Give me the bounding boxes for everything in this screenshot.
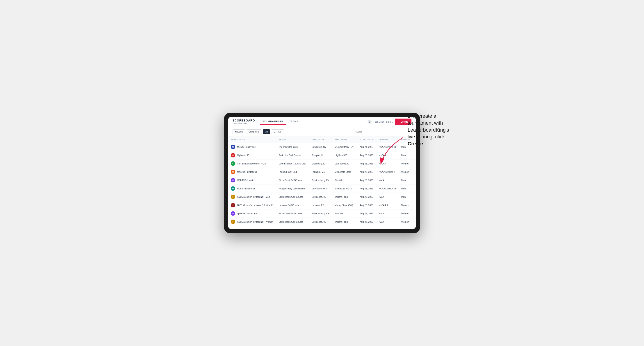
cell-gender: Men: [398, 226, 413, 227]
col-gender: GENDER: [398, 137, 413, 143]
nav-tab-teams[interactable]: TEAMS: [286, 119, 301, 125]
cell-city-state: Vincennes, IN: [309, 226, 332, 227]
cell-division: NJCAA II: [376, 201, 398, 209]
cell-start-date: Aug 28, 2023: [357, 218, 376, 226]
event-name-text: MSMC Qualifying 1: [237, 146, 256, 148]
cell-scoring: team, Stroke Play: [413, 151, 416, 160]
logo-text: SCOREBOARD: [232, 119, 255, 122]
tablet-screen: SCOREBOARD Powered by clippit TOURNAMENT…: [228, 117, 416, 229]
cell-gender: Men: [398, 176, 413, 184]
cell-division: NAIA: [376, 176, 398, 184]
cell-division: NJCAA I: [376, 151, 398, 160]
col-hosted-by: HOSTED BY: [332, 137, 357, 143]
cell-gender: Men: [398, 143, 413, 151]
table-row: F Fall Statesmen Invitational - Women Ed…: [228, 218, 416, 226]
cell-division: NCAA Division III: [376, 184, 398, 193]
nav-tab-tournaments[interactable]: TOURNAMENTS: [260, 119, 286, 125]
cell-division: NAIA: [376, 193, 398, 201]
col-division: DIVISION: [376, 137, 398, 143]
cell-venue: Ruttger's Bay Lake Resort: [276, 184, 309, 193]
filter-hosting-button[interactable]: Hosting: [232, 129, 245, 134]
create-button[interactable]: Create: [395, 119, 412, 125]
cell-gender: Women: [398, 209, 413, 218]
cell-division: NJCAA II: [376, 226, 398, 227]
cell-scoring: team, Stroke Play: [413, 201, 416, 209]
filter-label: Filter: [276, 131, 282, 133]
col-scoring: SCORING: [413, 137, 416, 143]
cell-gender: Men: [398, 151, 413, 160]
table-row: M MSMC Qualifying 1 The Powelton Club Ne…: [228, 143, 416, 151]
cell-hosted-by: William Penn: [332, 218, 357, 226]
cell-venue: The Powelton Club: [276, 143, 309, 151]
cell-start-date: Aug 25, 2023: [357, 151, 376, 160]
cell-scoring: team, Stroke Play: [413, 226, 416, 227]
logo-sub: Powered by clippit: [232, 122, 255, 124]
tablet-device: SCOREBOARD Powered by clippit TOURNAMENT…: [224, 113, 420, 233]
cell-hosted-by: Murray State (OK): [332, 201, 357, 209]
cell-gender: Men: [398, 193, 413, 201]
event-name-text: Carl Sandburg Women FA23: [237, 163, 266, 165]
cell-hosted-by: William Penn: [332, 193, 357, 201]
table-row: F Fall Statesmen Invitational - Men Edmu…: [228, 193, 416, 201]
cell-venue: Park Hills Golf Course: [276, 151, 309, 160]
team-logo: M: [231, 145, 235, 149]
table-row: U UPIKE Fall Invite StoneCrest Golf Cour…: [228, 176, 416, 184]
cell-event-name: H Highland 36: [228, 151, 276, 160]
cell-division: NCAA Division III: [376, 143, 398, 151]
cell-venue: Lake Bracken Country Club: [276, 160, 309, 168]
table-row: U upike fall invitational StoneCrest Gol…: [228, 209, 416, 218]
cell-gender: Women: [398, 218, 413, 226]
header-right: ⚙ Test User | Sign... Create: [368, 119, 412, 125]
event-name-text: upike fall invitational: [237, 212, 257, 215]
table-header-row: EVENT NAME VENUE CITY, STATE HOSTED BY S…: [228, 137, 416, 143]
team-logo: F: [231, 195, 235, 199]
cell-scoring: team, Stroke Play: [413, 184, 416, 193]
cell-venue: Cypress Hills Golf Club: [276, 226, 309, 227]
settings-icon[interactable]: ⚙: [368, 120, 372, 124]
cell-hosted-by: Vincennes: [332, 226, 357, 227]
cell-scoring: team, Stroke Play: [413, 160, 416, 168]
filter-group: Hosting Competing All ☰ Filter: [232, 129, 284, 134]
cell-city-state: Oskaloosa, IA: [309, 193, 332, 201]
table-row: H Highland 36 Park Hills Golf Course Fre…: [228, 151, 416, 160]
cell-scoring: team, Stroke Play: [413, 176, 416, 184]
table-container[interactable]: EVENT NAME VENUE CITY, STATE HOSTED BY S…: [228, 137, 416, 227]
table-row: M Maverick Invitational Faribault Golf C…: [228, 168, 416, 176]
cell-venue: StoneCrest Golf Course: [276, 209, 309, 218]
cell-hosted-by: Pikeville: [332, 176, 357, 184]
app-header: SCOREBOARD Powered by clippit TOURNAMENT…: [228, 117, 416, 127]
team-logo: C: [231, 161, 235, 166]
filter-all-button[interactable]: All: [263, 129, 270, 134]
cell-event-name: F Fall Statesmen Invitational - Women: [228, 218, 276, 226]
cell-scoring: team, Stroke Play: [413, 218, 416, 226]
cell-division: NAIA: [376, 218, 398, 226]
toolbar: Hosting Competing All ☰ Filter: [228, 127, 416, 137]
cell-city-state: Hesston, KS: [309, 201, 332, 209]
filter-competing-button[interactable]: Competing: [246, 129, 262, 134]
table-row: 2 2023 Women's Hesston Fall Kickoff Hess…: [228, 201, 416, 209]
cell-hosted-by: Carl Sandburg: [332, 160, 357, 168]
cell-event-name: M Maverick Invitational: [228, 168, 276, 176]
cell-hosted-by: Minnesota-Morris: [332, 184, 357, 193]
cell-division: NJCAA I: [376, 160, 398, 168]
cell-city-state: Newburgh, NY: [309, 143, 332, 151]
cell-event-name: F Fall Statesmen Invitational - Men: [228, 193, 276, 201]
cell-start-date: Aug 26, 2023: [357, 160, 376, 168]
team-logo: 2: [231, 203, 235, 207]
event-name-text: Morris Invitational: [237, 187, 255, 190]
cell-event-name: 2 2023 Women's Hesston Fall Kickoff: [228, 201, 276, 209]
cell-start-date: Aug 28, 2023: [357, 193, 376, 201]
team-logo: F: [231, 220, 235, 224]
search-input[interactable]: [353, 129, 412, 134]
cell-hosted-by: Pikeville: [332, 209, 357, 218]
cell-start-date: Aug 28, 2023: [357, 201, 376, 209]
cell-city-state: Prestonsburg, KY: [309, 209, 332, 218]
filter-advanced-button[interactable]: ☰ Filter: [271, 129, 284, 134]
cell-scoring: team, Stroke Play: [413, 209, 416, 218]
cell-event-name: C Carl Sandburg Women FA23: [228, 160, 276, 168]
cell-city-state: Galesburg, IL: [309, 160, 332, 168]
cell-venue: Edmundson Golf Course: [276, 193, 309, 201]
event-name-text: Highland 36: [237, 154, 249, 157]
events-table: EVENT NAME VENUE CITY, STATE HOSTED BY S…: [228, 137, 416, 227]
cell-venue: Faribault Golf Club: [276, 168, 309, 176]
